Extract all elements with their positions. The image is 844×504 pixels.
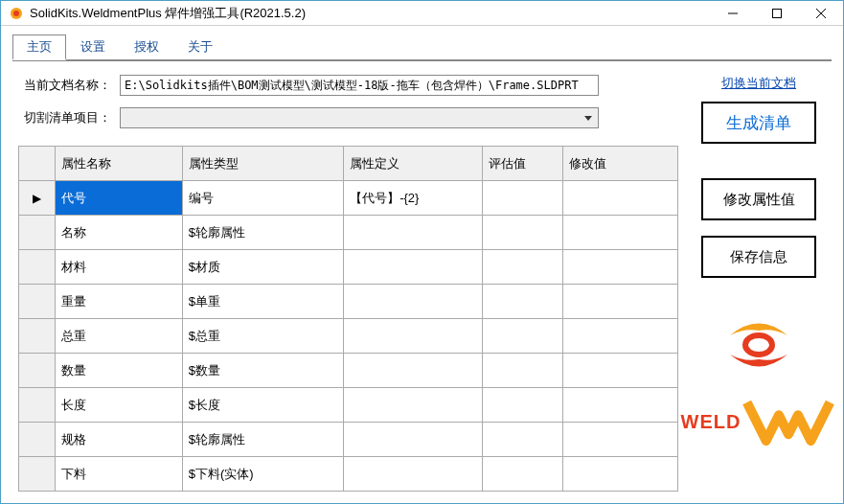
col-name[interactable]: 属性名称 [56,147,182,181]
cell-eval[interactable] [482,388,562,423]
col-def[interactable]: 属性定义 [344,147,482,181]
cell-def[interactable] [344,354,482,388]
cell-mod[interactable] [562,250,677,285]
col-type[interactable]: 属性类型 [182,147,343,181]
col-rowhead [19,147,56,181]
row-selector[interactable] [19,457,56,492]
cell-mod[interactable] [562,354,677,388]
cell-type[interactable]: $轮廓属性 [182,423,343,457]
cell-eval[interactable] [482,319,562,354]
doc-name-label: 当前文档名称： [24,77,120,94]
cell-def[interactable] [344,423,482,457]
brand-logo: WELD [681,307,837,460]
cutlist-row: 切割清单项目： [24,107,673,128]
table-row[interactable]: 总重$总重 [19,319,678,354]
cell-def[interactable] [344,250,482,285]
cell-def[interactable] [344,319,482,354]
cell-eval[interactable] [482,181,562,216]
cell-name[interactable]: 重量 [56,285,182,319]
cell-type[interactable]: $材质 [182,250,343,285]
doc-path-field[interactable]: E:\Solidkits插件\BOM测试模型\测试模型-18版-拖车（包含焊件）… [120,75,599,96]
table-row[interactable]: 数量$数量 [19,354,678,388]
table-row[interactable]: 下料$下料(实体) [19,457,678,492]
maximize-button[interactable] [755,1,799,25]
cell-eval[interactable] [482,216,562,250]
cell-type[interactable]: $下料(实体) [182,457,343,492]
table-row[interactable]: 重量$单重 [19,285,678,319]
tab-home[interactable]: 主页 [12,34,66,60]
save-info-button[interactable]: 保存信息 [701,236,816,278]
tab-bar: 主页 设置 授权 关于 [12,34,832,61]
window-controls [711,1,843,25]
col-eval[interactable]: 评估值 [482,147,562,181]
row-selector[interactable]: ▶ [19,181,56,216]
cell-def[interactable] [344,285,482,319]
generate-list-button[interactable]: 生成清单 [701,102,816,144]
cell-eval[interactable] [482,457,562,492]
cell-name[interactable]: 材料 [56,250,182,285]
app-icon [9,6,24,21]
table-row[interactable]: 材料$材质 [19,250,678,285]
main-area: 当前文档名称： E:\Solidkits插件\BOM测试模型\测试模型-18版-… [12,75,832,492]
cell-type[interactable]: $单重 [182,285,343,319]
side-panel: 切换当前文档 生成清单 修改属性值 保存信息 WELD [692,75,826,492]
switch-doc-link[interactable]: 切换当前文档 [721,75,796,92]
form-rows: 当前文档名称： E:\Solidkits插件\BOM测试模型\测试模型-18版-… [18,75,678,146]
cell-name[interactable]: 长度 [56,388,182,423]
doc-name-row: 当前文档名称： E:\Solidkits插件\BOM测试模型\测试模型-18版-… [24,75,673,96]
cell-name[interactable]: 下料 [56,457,182,492]
titlebar: SolidKits.WeldmentPlus 焊件增强工具(R2021.5.2) [1,1,843,26]
row-selector[interactable] [19,423,56,457]
row-selector[interactable] [19,285,56,319]
svg-point-1 [13,11,19,16]
cell-name[interactable]: 规格 [56,423,182,457]
cell-type[interactable]: $数量 [182,354,343,388]
cell-def[interactable]: 【代号】-{2} [344,181,482,216]
cell-mod[interactable] [562,216,677,250]
cell-eval[interactable] [482,354,562,388]
table-row[interactable]: ▶代号编号【代号】-{2} [19,181,678,216]
tab-about[interactable]: 关于 [173,34,227,60]
cell-mod[interactable] [562,388,677,423]
modify-value-button[interactable]: 修改属性值 [701,178,816,220]
row-selector[interactable] [19,319,56,354]
close-button[interactable] [799,1,843,25]
cell-def[interactable] [344,216,482,250]
minimize-button[interactable] [711,1,755,25]
row-selector[interactable] [19,388,56,423]
cell-mod[interactable] [562,457,677,492]
row-selector[interactable] [19,354,56,388]
cell-eval[interactable] [482,423,562,457]
row-selector[interactable] [19,216,56,250]
cutlist-label: 切割清单项目： [24,109,120,126]
cell-name[interactable]: 代号 [56,181,182,216]
cell-type[interactable]: 编号 [182,181,343,216]
row-selector[interactable] [19,250,56,285]
svg-point-6 [745,335,772,355]
properties-table-wrap: 属性名称 属性类型 属性定义 评估值 修改值 ▶代号编号【代号】-{2}名称$轮… [18,146,678,492]
cell-name[interactable]: 名称 [56,216,182,250]
cell-type[interactable]: $总重 [182,319,343,354]
tab-license[interactable]: 授权 [120,34,173,60]
cell-eval[interactable] [482,285,562,319]
cell-name[interactable]: 总重 [56,319,182,354]
tab-settings[interactable]: 设置 [66,34,120,60]
app-window: SolidKits.WeldmentPlus 焊件增强工具(R2021.5.2)… [0,0,844,504]
logo-text: WELD [681,383,837,460]
cell-type[interactable]: $轮廓属性 [182,216,343,250]
cell-mod[interactable] [562,423,677,457]
cell-def[interactable] [344,388,482,423]
cell-name[interactable]: 数量 [56,354,182,388]
cell-eval[interactable] [482,250,562,285]
cell-mod[interactable] [562,319,677,354]
table-row[interactable]: 长度$长度 [19,388,678,423]
cell-mod[interactable] [562,285,677,319]
col-mod[interactable]: 修改值 [562,147,677,181]
svg-rect-3 [773,9,782,17]
table-row[interactable]: 名称$轮廓属性 [19,216,678,250]
cell-type[interactable]: $长度 [182,388,343,423]
cell-def[interactable] [344,457,482,492]
cutlist-dropdown[interactable] [120,107,599,128]
cell-mod[interactable] [562,181,677,216]
table-row[interactable]: 规格$轮廓属性 [19,423,678,457]
